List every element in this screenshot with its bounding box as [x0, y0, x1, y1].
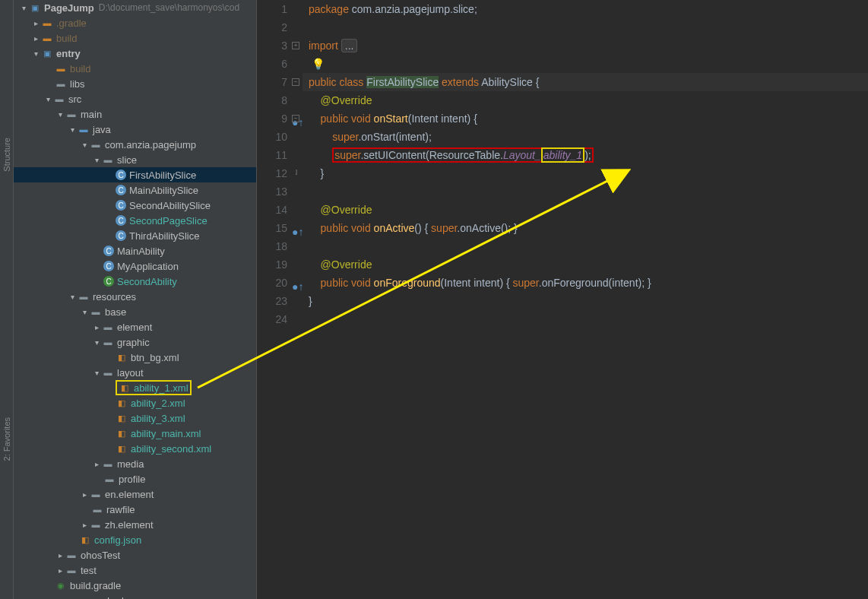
tree-slice[interactable]: ▾ ▬ slice: [14, 152, 256, 167]
tree-class-first[interactable]: C FirstAbilitySlice: [14, 167, 256, 182]
chevron-down-icon[interactable]: ▾: [18, 4, 29, 12]
tree-test[interactable]: ▸ ▬ test: [14, 563, 256, 578]
tree-element[interactable]: ▸ ▬ element: [14, 319, 256, 334]
tree-class[interactable]: C ThirdAbilitySlice: [14, 228, 256, 243]
chevron-down-icon[interactable]: ▾: [79, 141, 90, 149]
folder-icon: ▬: [102, 336, 114, 348]
tree-config[interactable]: ◧ config.json: [14, 532, 256, 547]
folder-icon: ▬: [78, 123, 90, 135]
folder-icon: ▬: [55, 62, 67, 74]
tree-src[interactable]: ▾ ▬ src: [14, 91, 256, 106]
folder-icon: ▬: [90, 518, 102, 531]
folder-icon: ▬: [91, 503, 103, 515]
fold-icon[interactable]: −: [292, 78, 299, 86]
class-icon: C: [116, 215, 126, 226]
class-icon: C: [116, 185, 126, 195]
tree-media[interactable]: ▸ ▬ media: [14, 456, 256, 471]
gutter: 1 2 3 6 7 8 9●↑ 10 11 12 13 14 15●↑ 18 1…: [257, 0, 303, 599]
tree-build-gradle[interactable]: ◉ build.gradle: [14, 578, 256, 593]
tree-class[interactable]: C MainAbilitySlice: [14, 182, 256, 198]
folder-icon: ▬: [65, 108, 78, 120]
tree-xml-highlighted[interactable]: ◧ ability_1.xml: [14, 380, 256, 395]
rail-favorites[interactable]: 2: Favorites: [2, 417, 11, 461]
tree-base[interactable]: ▾ ▬ base: [14, 304, 256, 319]
chevron-down-icon[interactable]: ▾: [91, 156, 102, 164]
fold-icon[interactable]: +: [292, 42, 299, 49]
tree-build[interactable]: ▸ ▬ build: [14, 30, 256, 46]
folder-icon: ▬: [102, 154, 114, 166]
rail-structure[interactable]: Structure: [2, 138, 11, 172]
gradle-icon: ◉: [55, 579, 67, 591]
tree-resources[interactable]: ▾ ▬ resources: [14, 289, 256, 304]
bulb-icon[interactable]: 💡: [312, 55, 325, 73]
tree-profile[interactable]: ▬ profile: [14, 471, 256, 486]
tree-ohos[interactable]: ▸ ▬ ohosTest: [14, 547, 256, 563]
chevron-down-icon[interactable]: ▾: [91, 338, 102, 347]
tree-entry-build[interactable]: ▬ build: [14, 61, 256, 76]
folder-icon: ▬: [90, 488, 102, 500]
folder-icon: ▬: [41, 32, 53, 44]
xml-icon: ◧: [116, 397, 128, 409]
package-icon: ▬: [90, 138, 102, 151]
chevron-down-icon[interactable]: ▾: [79, 308, 90, 316]
class-icon: C: [103, 246, 114, 256]
tree-class[interactable]: C SecondAbilitySlice: [14, 198, 256, 213]
tree-libs[interactable]: ▬ libs: [14, 76, 256, 91]
tree-main[interactable]: ▾ ▬ main: [14, 106, 256, 122]
folder-icon: ▬: [41, 17, 53, 29]
folder-icon: ▬: [102, 321, 114, 333]
class-icon: C: [116, 170, 126, 180]
fold-icon[interactable]: −: [292, 115, 299, 122]
tree-xml[interactable]: ◧ ability_main.xml: [14, 426, 256, 441]
chevron-right-icon[interactable]: ▸: [79, 490, 90, 499]
code-area[interactable]: package com.anzia.pagejump.slice; +impor…: [303, 0, 868, 599]
tree-zh[interactable]: ▸ ▬ zh.element: [14, 517, 256, 532]
folder-icon: ▬: [90, 306, 102, 318]
tree-en[interactable]: ▸ ▬ en.element: [14, 486, 256, 502]
chevron-down-icon[interactable]: ▾: [67, 293, 78, 301]
xml-icon: ◧: [116, 442, 128, 455]
folder-icon: ▬: [78, 290, 90, 303]
class-icon: C: [116, 230, 126, 241]
tree-root[interactable]: ▾ ▣ PageJump D:\document_save\harmonyos\…: [14, 0, 256, 15]
tree-java[interactable]: ▾ ▬ java: [14, 122, 256, 137]
tree-class[interactable]: C SecondAbility: [14, 274, 256, 289]
tree-proguard[interactable]: ▫ proguard-rules.pro: [14, 593, 256, 599]
tree-rawfile[interactable]: ▬ rawfile: [14, 502, 256, 517]
override-icon: ●↑: [292, 277, 301, 287]
chevron-right-icon[interactable]: ▸: [30, 34, 41, 43]
folder-icon: ▬: [103, 473, 116, 485]
folder-icon: ▬: [53, 93, 65, 105]
tree-xml[interactable]: ◧ ability_2.xml: [14, 395, 256, 410]
class-icon: C: [103, 276, 114, 287]
tree-package[interactable]: ▾ ▬ com.anzia.pagejump: [14, 137, 256, 152]
tree-entry[interactable]: ▾ ▣ entry: [14, 46, 256, 61]
chevron-down-icon[interactable]: ▾: [67, 125, 78, 134]
chevron-right-icon[interactable]: ▸: [55, 551, 65, 559]
chevron-right-icon[interactable]: ▸: [30, 19, 41, 27]
tree-xml[interactable]: ◧ ability_second.xml: [14, 441, 256, 456]
chevron-right-icon[interactable]: ▸: [79, 521, 90, 529]
chevron-right-icon[interactable]: ▸: [91, 323, 102, 331]
chevron-down-icon[interactable]: ▾: [91, 369, 102, 377]
tree-class[interactable]: C SecondPageSlice: [14, 213, 256, 228]
tree-xml[interactable]: ◧ ability_3.xml: [14, 410, 256, 426]
tool-window-rail: Structure 2: Favorites: [0, 0, 14, 599]
tree-class[interactable]: C MainAbility: [14, 243, 256, 258]
code-editor[interactable]: 1 2 3 6 7 8 9●↑ 10 11 12 13 14 15●↑ 18 1…: [257, 0, 868, 599]
tree-graphic[interactable]: ▾ ▬ graphic: [14, 334, 256, 350]
chevron-down-icon[interactable]: ▾: [43, 95, 53, 103]
tree-xml[interactable]: ◧ btn_bg.xml: [14, 350, 256, 365]
class-icon: C: [103, 261, 114, 271]
xml-icon: ◧: [116, 427, 128, 439]
tree-layout[interactable]: ▾ ▬ layout: [14, 365, 256, 380]
chevron-right-icon[interactable]: ▸: [55, 566, 65, 575]
xml-icon: ◧: [116, 351, 128, 363]
fold-end-icon[interactable]: ⌋: [292, 170, 299, 177]
chevron-right-icon[interactable]: ▸: [91, 460, 102, 468]
chevron-down-icon[interactable]: ▾: [55, 110, 65, 119]
json-icon: ◧: [79, 534, 91, 546]
tree-class[interactable]: C MyApplication: [14, 258, 256, 274]
tree-gradle[interactable]: ▸ ▬ .gradle: [14, 15, 256, 30]
chevron-down-icon[interactable]: ▾: [30, 49, 41, 58]
